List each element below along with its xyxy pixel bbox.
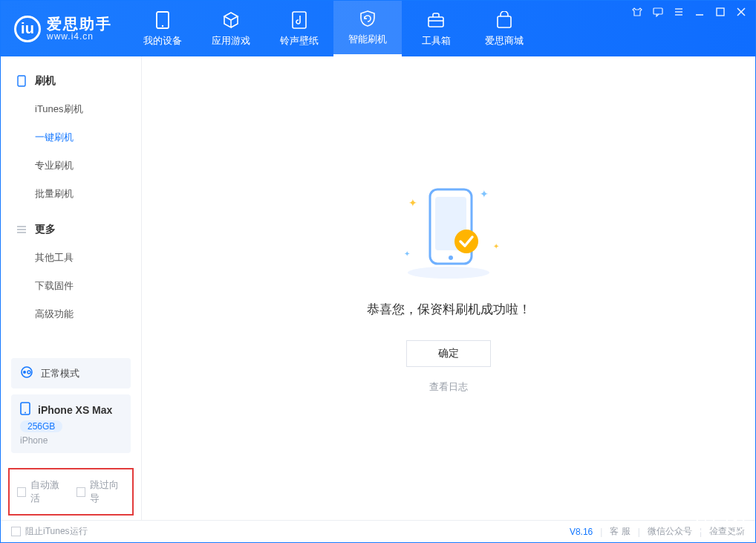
footer-bar: 阻止iTunes运行 V8.16 | 客 服 | 微信公众号 | 检查更新 [1,520,755,542]
nav-label: 铃声壁纸 [280,34,319,48]
view-log-link[interactable]: 查看日志 [429,380,468,394]
feedback-icon[interactable] [651,5,665,19]
mode-label: 正常模式 [41,367,79,380]
sidebar-item-oneclick[interactable]: 一键刷机 [1,123,141,152]
sidebar-category-more: 更多 [1,215,141,244]
device-capacity: 256GB [20,420,62,432]
nav-flash[interactable]: 智能刷机 [333,1,402,56]
toolbox-icon [426,10,446,30]
nav-label: 工具箱 [422,34,451,48]
window-controls [630,5,748,19]
sidebar-category-label: 刷机 [35,74,56,88]
svg-rect-6 [654,8,662,14]
device-card[interactable]: iPhone XS Max 256GB iPhone [11,394,131,453]
sidebar-item-pro[interactable]: 专业刷机 [1,152,141,180]
minimize-button[interactable] [693,5,706,19]
sparkle-icon: ✦ [493,242,499,250]
app-logo: iu 爱思助手 www.i4.cn [1,16,128,42]
version-label: V8.16 [570,527,593,537]
download-button[interactable] [696,514,715,533]
nav-store[interactable]: 爱思商城 [470,1,538,56]
device-name: iPhone XS Max [38,404,112,416]
mode-icon [20,365,33,381]
nav-label: 我的设备 [143,34,182,48]
checkbox-icon [76,487,85,497]
nav-label: 智能刷机 [348,33,387,46]
header-bar: iu 爱思助手 www.i4.cn 我的设备 应用游戏 铃声壁纸 [1,1,755,56]
block-itunes-checkbox[interactable]: 阻止iTunes运行 [11,525,88,538]
success-message: 恭喜您，保资料刷机成功啦！ [367,301,531,318]
nav-my-device[interactable]: 我的设备 [128,1,197,56]
ok-button[interactable]: 确定 [406,340,491,367]
sidebar-item-other[interactable]: 其他工具 [1,244,141,272]
svg-point-20 [23,371,26,374]
auto-activate-checkbox[interactable]: 自动激活 [17,478,66,505]
svg-rect-5 [498,16,511,27]
nav-ringtones[interactable]: 铃声壁纸 [265,1,333,56]
svg-point-23 [25,412,26,414]
header-right-actions [696,514,745,533]
svg-rect-11 [717,8,724,16]
device-type: iPhone [20,435,48,446]
top-nav: 我的设备 应用游戏 铃声壁纸 智能刷机 工具箱 [128,1,538,56]
svg-rect-2 [293,12,306,28]
checkbox-icon [11,527,21,536]
skin-icon[interactable] [630,5,644,19]
menu-icon[interactable] [672,5,685,19]
cube-icon [221,10,241,30]
sidebar: 刷机 iTunes刷机 一键刷机 专业刷机 批量刷机 更多 其他工具 下载固件 … [1,56,142,520]
svg-point-21 [27,371,30,374]
svg-point-1 [162,25,163,26]
logo-icon: iu [14,16,41,42]
bag-icon [495,10,514,30]
phone-icon [153,10,172,30]
device-icon [20,402,30,417]
svg-rect-15 [18,76,25,86]
music-file-icon [290,10,309,30]
sidebar-item-batch[interactable]: 批量刷机 [1,180,141,208]
svg-point-28 [454,230,478,253]
list-icon [16,224,27,235]
skip-guide-checkbox[interactable]: 跳过向导 [76,478,126,505]
shield-refresh-icon [358,9,377,28]
nav-toolbox[interactable]: 工具箱 [402,1,470,56]
svg-point-14 [734,521,737,524]
sparkle-icon: ✦ [404,250,410,258]
close-button[interactable] [734,5,748,19]
support-link[interactable]: 客 服 [610,525,630,538]
sidebar-category-label: 更多 [35,223,56,236]
sparkle-icon: ✦ [480,188,489,200]
logo-url: www.i4.cn [47,31,112,42]
sidebar-item-advanced[interactable]: 高级功能 [1,300,141,328]
sparkle-icon: ✦ [408,197,417,209]
sidebar-item-firmware[interactable]: 下载固件 [1,272,141,300]
phone-outline-icon [16,75,27,87]
nav-label: 爱思商城 [485,34,524,48]
logo-title: 爱思助手 [47,16,112,31]
svg-point-27 [449,256,453,260]
main-content: ✦ ✦ ✦ ✦ 恭喜您，保资料刷机成功啦！ 确定 查看日志 [142,56,755,520]
account-button[interactable] [726,514,745,533]
wechat-link[interactable]: 微信公众号 [648,525,692,538]
maximize-button[interactable] [714,5,727,19]
mode-card[interactable]: 正常模式 [11,358,131,388]
nav-apps[interactable]: 应用游戏 [197,1,265,56]
checkbox-icon [17,487,26,497]
flash-options-highlight: 自动激活 跳过向导 [8,468,134,516]
success-illustration: ✦ ✦ ✦ ✦ [389,183,508,280]
svg-point-24 [408,267,489,279]
svg-rect-3 [428,17,443,27]
sidebar-item-itunes[interactable]: iTunes刷机 [1,95,141,123]
nav-label: 应用游戏 [212,34,250,48]
sidebar-category-flash: 刷机 [1,67,141,95]
